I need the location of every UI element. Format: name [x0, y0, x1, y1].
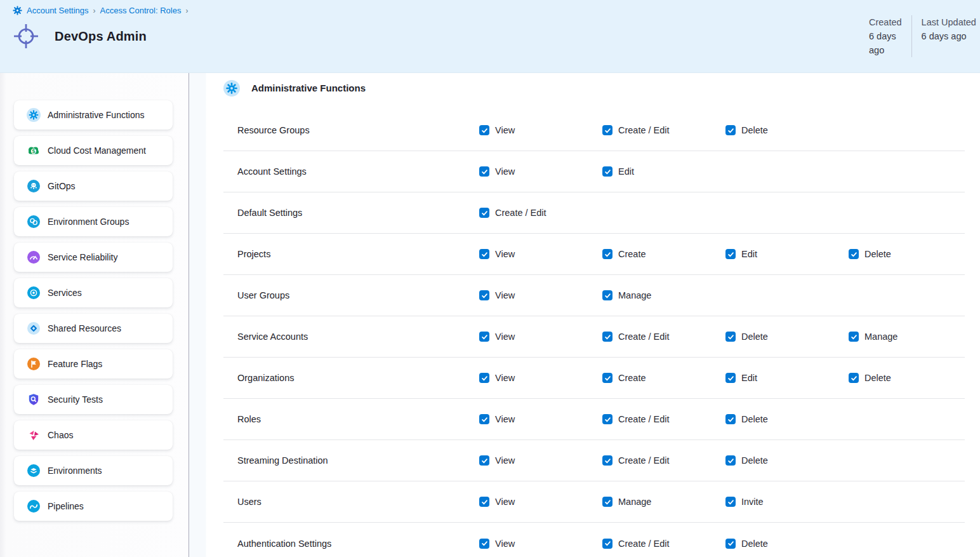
checkbox-checked-icon[interactable]: [602, 455, 612, 466]
permission-option[interactable]: Create / Edit: [602, 414, 725, 424]
checkbox-checked-icon[interactable]: [602, 290, 612, 300]
permission-option[interactable]: Create / Edit: [479, 208, 602, 218]
checkbox-checked-icon[interactable]: [602, 373, 612, 383]
permission-option[interactable]: View: [479, 373, 602, 383]
checkbox-checked-icon[interactable]: [479, 290, 489, 300]
breadcrumb-separator-icon: ›: [93, 6, 96, 15]
permission-option[interactable]: Create / Edit: [602, 455, 725, 466]
permission-option[interactable]: View: [479, 290, 602, 300]
checkbox-checked-icon[interactable]: [602, 249, 612, 259]
sidebar-item-feature-flags[interactable]: Feature Flags: [14, 349, 173, 379]
checkbox-checked-icon[interactable]: [479, 125, 489, 135]
checkbox-checked-icon[interactable]: [479, 373, 489, 383]
permission-row: UsersViewManageInvite: [223, 481, 965, 523]
breadcrumb: Account Settings › Access Control: Roles…: [13, 6, 980, 15]
permission-option[interactable]: View: [479, 125, 602, 135]
checkbox-checked-icon[interactable]: [725, 497, 736, 507]
permission-option[interactable]: Edit: [725, 373, 849, 383]
permission-option[interactable]: Delete: [725, 332, 849, 342]
permission-option[interactable]: Create: [602, 373, 725, 383]
permission-option[interactable]: Delete: [725, 539, 849, 549]
permission-option[interactable]: Delete: [725, 125, 849, 135]
permission-option[interactable]: Edit: [602, 166, 725, 177]
resource-name: Users: [223, 497, 479, 507]
permission-option[interactable]: View: [479, 497, 602, 507]
checkbox-checked-icon[interactable]: [479, 249, 489, 259]
sidebar-item-environment-groups[interactable]: Environment Groups: [14, 207, 173, 236]
checkbox-checked-icon[interactable]: [849, 332, 859, 342]
permission-option[interactable]: Delete: [725, 414, 849, 424]
permission-row: Account SettingsViewEdit: [223, 151, 965, 192]
permission-option[interactable]: Edit: [725, 249, 849, 259]
checkbox-checked-icon[interactable]: [725, 125, 736, 135]
sidebar-item-environments[interactable]: Environments: [14, 456, 173, 485]
permission-row: Authentication SettingsViewCreate / Edit…: [223, 523, 965, 557]
permission-option[interactable]: Manage: [602, 290, 725, 300]
checkbox-checked-icon[interactable]: [725, 455, 736, 466]
checkbox-checked-icon[interactable]: [725, 332, 736, 342]
reliability-gauge-icon: [27, 250, 41, 264]
permission-option[interactable]: View: [479, 414, 602, 424]
services-target-icon: [27, 286, 41, 300]
crosshair-target-icon: [11, 22, 41, 51]
checkbox-checked-icon[interactable]: [479, 332, 489, 342]
breadcrumb-link-account-settings[interactable]: Account Settings: [27, 6, 89, 15]
checkbox-checked-icon[interactable]: [479, 497, 489, 507]
permission-option[interactable]: View: [479, 332, 602, 342]
checkbox-checked-icon[interactable]: [725, 249, 736, 259]
checkbox-checked-icon[interactable]: [479, 539, 489, 549]
permission-label: View: [495, 497, 515, 507]
sidebar-item-gitops[interactable]: GitOps: [14, 171, 173, 201]
checkbox-checked-icon[interactable]: [602, 539, 612, 549]
checkbox-checked-icon[interactable]: [725, 539, 736, 549]
checkbox-checked-icon[interactable]: [479, 455, 489, 466]
sidebar-item-administrative-functions[interactable]: Administrative Functions: [14, 100, 173, 130]
checkbox-checked-icon[interactable]: [849, 373, 859, 383]
sidebar-item-cloud-cost-management[interactable]: $Cloud Cost Management: [14, 136, 173, 165]
breadcrumb-link-access-control-roles[interactable]: Access Control: Roles: [100, 6, 182, 15]
checkbox-checked-icon[interactable]: [602, 497, 612, 507]
checkbox-checked-icon[interactable]: [602, 332, 612, 342]
sidebar-item-shared-resources[interactable]: Shared Resources: [14, 314, 173, 343]
checkbox-checked-icon[interactable]: [479, 414, 489, 424]
permission-option[interactable]: Manage: [849, 332, 965, 342]
permission-option[interactable]: Create / Edit: [602, 332, 725, 342]
sidebar-item-services[interactable]: Services: [14, 278, 173, 307]
checkbox-checked-icon[interactable]: [849, 249, 859, 259]
resource-name: User Groups: [223, 290, 479, 300]
permission-option[interactable]: Create / Edit: [602, 539, 725, 549]
sidebar-item-security-tests[interactable]: Security Tests: [14, 385, 173, 414]
permission-option[interactable]: Create / Edit: [602, 125, 725, 135]
sidebar-item-service-reliability[interactable]: Service Reliability: [14, 243, 173, 272]
sidebar-item-chaos[interactable]: Chaos: [14, 420, 173, 450]
permission-option[interactable]: Manage: [602, 497, 725, 507]
permission-label: Create / Edit: [618, 539, 670, 549]
checkbox-checked-icon[interactable]: [479, 208, 489, 218]
permission-label: View: [495, 373, 515, 383]
permission-option[interactable]: Invite: [725, 497, 849, 507]
checkbox-checked-icon[interactable]: [479, 166, 489, 177]
permission-option[interactable]: View: [479, 455, 602, 466]
checkbox-checked-icon[interactable]: [725, 414, 736, 424]
checkbox-checked-icon[interactable]: [602, 414, 612, 424]
sidebar-item-pipelines[interactable]: Pipelines: [14, 492, 173, 521]
section-header: Administrative Functions: [223, 79, 980, 97]
permission-label: View: [495, 249, 515, 259]
permission-option[interactable]: Create: [602, 249, 725, 259]
environments-icon: [27, 464, 41, 478]
permission-option[interactable]: Delete: [849, 373, 965, 383]
permissions-panel: Administrative Functions Resource Groups…: [189, 73, 980, 557]
sidebar-item-label: Pipelines: [48, 501, 84, 511]
permission-option[interactable]: Delete: [849, 249, 965, 259]
checkbox-checked-icon[interactable]: [602, 125, 612, 135]
permission-label: Delete: [741, 539, 768, 549]
checkbox-checked-icon[interactable]: [725, 373, 736, 383]
permission-row: RolesViewCreate / EditDelete: [223, 399, 965, 440]
permission-option[interactable]: View: [479, 539, 602, 549]
permission-option[interactable]: View: [479, 249, 602, 259]
permission-option[interactable]: Delete: [725, 455, 849, 466]
permission-label: Delete: [864, 249, 891, 259]
checkbox-checked-icon[interactable]: [602, 166, 612, 177]
created-label: Created: [869, 15, 902, 29]
permission-option[interactable]: View: [479, 166, 602, 177]
